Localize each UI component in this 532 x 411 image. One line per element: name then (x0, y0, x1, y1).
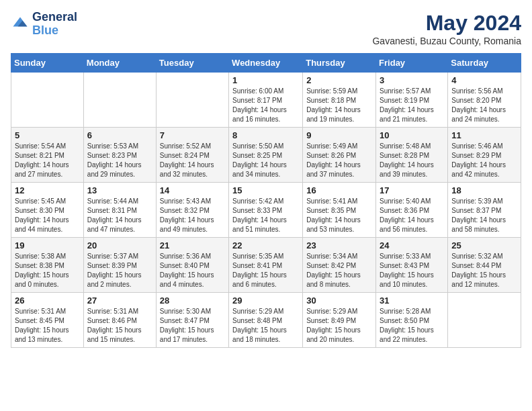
day-info: Sunrise: 5:30 AM Sunset: 8:47 PM Dayligh… (160, 307, 225, 345)
day-info: Sunrise: 5:53 AM Sunset: 8:23 PM Dayligh… (87, 142, 152, 179)
calendar-cell: 17Sunrise: 5:40 AM Sunset: 8:36 PM Dayli… (376, 183, 448, 238)
day-info: Sunrise: 5:50 AM Sunset: 8:25 PM Dayligh… (232, 142, 299, 179)
day-number: 8 (232, 130, 299, 140)
day-number: 20 (87, 240, 152, 250)
day-info: Sunrise: 5:48 AM Sunset: 8:28 PM Dayligh… (380, 142, 444, 179)
calendar-header-row: SundayMondayTuesdayWednesdayThursdayFrid… (11, 54, 521, 73)
day-info: Sunrise: 5:42 AM Sunset: 8:33 PM Dayligh… (232, 197, 299, 234)
calendar-cell: 23Sunrise: 5:34 AM Sunset: 8:42 PM Dayli… (303, 238, 376, 293)
calendar-cell: 22Sunrise: 5:35 AM Sunset: 8:41 PM Dayli… (229, 238, 303, 293)
day-number: 24 (380, 240, 444, 250)
day-number: 14 (160, 185, 225, 195)
calendar-cell: 10Sunrise: 5:48 AM Sunset: 8:28 PM Dayli… (376, 128, 448, 183)
main-title: May 2024 (372, 11, 521, 36)
calendar-week-4: 19Sunrise: 5:38 AM Sunset: 8:38 PM Dayli… (11, 238, 521, 293)
day-number: 11 (451, 130, 517, 140)
day-number: 23 (306, 240, 372, 250)
day-info: Sunrise: 5:37 AM Sunset: 8:39 PM Dayligh… (87, 252, 152, 289)
day-number: 17 (380, 185, 444, 195)
day-info: Sunrise: 5:29 AM Sunset: 8:48 PM Dayligh… (232, 307, 299, 345)
day-info: Sunrise: 5:45 AM Sunset: 8:30 PM Dayligh… (15, 197, 80, 234)
day-info: Sunrise: 5:49 AM Sunset: 8:26 PM Dayligh… (306, 142, 372, 179)
calendar-cell: 18Sunrise: 5:39 AM Sunset: 8:37 PM Dayli… (448, 183, 521, 238)
title-block: May 2024 Gavanesti, Buzau County, Romani… (372, 11, 521, 46)
day-number: 31 (380, 295, 444, 306)
calendar-header-sunday: Sunday (11, 54, 84, 73)
calendar-cell: 30Sunrise: 5:29 AM Sunset: 8:49 PM Dayli… (303, 293, 376, 348)
calendar-cell: 21Sunrise: 5:36 AM Sunset: 8:40 PM Dayli… (156, 238, 228, 293)
calendar-cell: 26Sunrise: 5:31 AM Sunset: 8:45 PM Dayli… (11, 293, 84, 348)
day-info: Sunrise: 5:59 AM Sunset: 8:18 PM Dayligh… (306, 87, 372, 124)
day-info: Sunrise: 5:43 AM Sunset: 8:32 PM Dayligh… (160, 197, 225, 234)
page-header: General Blue May 2024 Gavanesti, Buzau C… (11, 11, 521, 46)
calendar-cell (83, 73, 156, 128)
day-number: 2 (306, 75, 372, 85)
calendar-week-1: 1Sunrise: 6:00 AM Sunset: 8:17 PM Daylig… (11, 73, 521, 128)
calendar-cell: 28Sunrise: 5:30 AM Sunset: 8:47 PM Dayli… (156, 293, 228, 348)
day-info: Sunrise: 5:28 AM Sunset: 8:50 PM Dayligh… (380, 307, 444, 345)
calendar-cell (11, 73, 84, 128)
calendar-week-2: 5Sunrise: 5:54 AM Sunset: 8:21 PM Daylig… (11, 128, 521, 183)
calendar-cell: 13Sunrise: 5:44 AM Sunset: 8:31 PM Dayli… (83, 183, 156, 238)
calendar-cell: 9Sunrise: 5:49 AM Sunset: 8:26 PM Daylig… (303, 128, 376, 183)
day-number: 5 (15, 130, 80, 140)
day-number: 22 (232, 240, 299, 250)
day-number: 30 (306, 295, 372, 306)
calendar-cell: 1Sunrise: 6:00 AM Sunset: 8:17 PM Daylig… (229, 73, 303, 128)
calendar-cell: 11Sunrise: 5:46 AM Sunset: 8:29 PM Dayli… (448, 128, 521, 183)
logo-icon (11, 15, 30, 34)
day-info: Sunrise: 5:31 AM Sunset: 8:46 PM Dayligh… (87, 307, 152, 345)
calendar-cell: 24Sunrise: 5:33 AM Sunset: 8:43 PM Dayli… (376, 238, 448, 293)
calendar-header-thursday: Thursday (303, 54, 376, 73)
logo-line1: General (32, 11, 77, 24)
calendar-header-wednesday: Wednesday (229, 54, 303, 73)
logo-line2: Blue (32, 24, 77, 38)
day-number: 29 (232, 295, 299, 306)
day-info: Sunrise: 5:41 AM Sunset: 8:35 PM Dayligh… (306, 197, 372, 234)
calendar-week-3: 12Sunrise: 5:45 AM Sunset: 8:30 PM Dayli… (11, 183, 521, 238)
calendar-table: SundayMondayTuesdayWednesdayThursdayFrid… (11, 53, 521, 348)
day-info: Sunrise: 5:38 AM Sunset: 8:38 PM Dayligh… (15, 252, 80, 289)
calendar-cell: 2Sunrise: 5:59 AM Sunset: 8:18 PM Daylig… (303, 73, 376, 128)
day-number: 9 (306, 130, 372, 140)
day-number: 16 (306, 185, 372, 195)
calendar-cell: 8Sunrise: 5:50 AM Sunset: 8:25 PM Daylig… (229, 128, 303, 183)
calendar-cell: 19Sunrise: 5:38 AM Sunset: 8:38 PM Dayli… (11, 238, 84, 293)
day-info: Sunrise: 5:35 AM Sunset: 8:41 PM Dayligh… (232, 252, 299, 289)
day-number: 4 (451, 75, 517, 85)
calendar-cell: 5Sunrise: 5:54 AM Sunset: 8:21 PM Daylig… (11, 128, 84, 183)
day-info: Sunrise: 5:32 AM Sunset: 8:44 PM Dayligh… (451, 252, 517, 289)
calendar-header-saturday: Saturday (448, 54, 521, 73)
day-number: 25 (451, 240, 517, 250)
calendar-cell: 16Sunrise: 5:41 AM Sunset: 8:35 PM Dayli… (303, 183, 376, 238)
day-info: Sunrise: 5:46 AM Sunset: 8:29 PM Dayligh… (451, 142, 517, 179)
calendar-header-tuesday: Tuesday (156, 54, 228, 73)
calendar-header-monday: Monday (83, 54, 156, 73)
day-number: 1 (232, 75, 299, 85)
calendar-cell: 25Sunrise: 5:32 AM Sunset: 8:44 PM Dayli… (448, 238, 521, 293)
calendar-cell: 12Sunrise: 5:45 AM Sunset: 8:30 PM Dayli… (11, 183, 84, 238)
day-info: Sunrise: 5:31 AM Sunset: 8:45 PM Dayligh… (15, 307, 80, 345)
day-number: 19 (15, 240, 80, 250)
day-number: 12 (15, 185, 80, 195)
calendar-cell: 29Sunrise: 5:29 AM Sunset: 8:48 PM Dayli… (229, 293, 303, 348)
logo: General Blue (11, 11, 77, 38)
day-number: 13 (87, 185, 152, 195)
day-info: Sunrise: 6:00 AM Sunset: 8:17 PM Dayligh… (232, 87, 299, 124)
day-number: 3 (380, 75, 444, 85)
day-number: 15 (232, 185, 299, 195)
day-info: Sunrise: 5:54 AM Sunset: 8:21 PM Dayligh… (15, 142, 80, 179)
day-info: Sunrise: 5:44 AM Sunset: 8:31 PM Dayligh… (87, 197, 152, 234)
subtitle: Gavanesti, Buzau County, Romania (372, 36, 521, 46)
calendar-cell (156, 73, 228, 128)
calendar-cell: 27Sunrise: 5:31 AM Sunset: 8:46 PM Dayli… (83, 293, 156, 348)
day-number: 26 (15, 295, 80, 306)
calendar-header-friday: Friday (376, 54, 448, 73)
day-number: 27 (87, 295, 152, 306)
day-number: 6 (87, 130, 152, 140)
day-info: Sunrise: 5:39 AM Sunset: 8:37 PM Dayligh… (451, 197, 517, 234)
day-number: 7 (160, 130, 225, 140)
day-info: Sunrise: 5:29 AM Sunset: 8:49 PM Dayligh… (306, 307, 372, 345)
day-info: Sunrise: 5:40 AM Sunset: 8:36 PM Dayligh… (380, 197, 444, 234)
calendar-cell: 14Sunrise: 5:43 AM Sunset: 8:32 PM Dayli… (156, 183, 228, 238)
